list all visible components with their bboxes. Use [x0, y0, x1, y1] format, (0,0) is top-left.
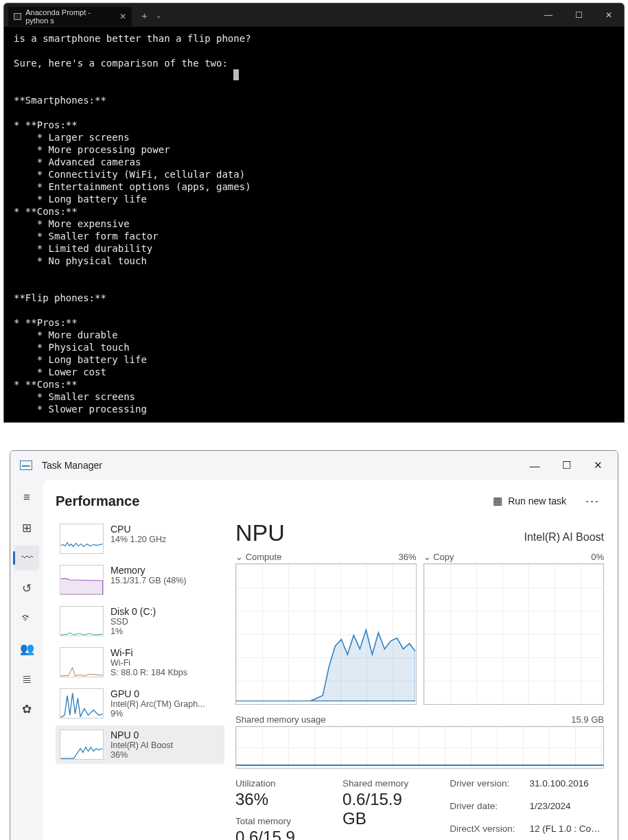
maximize-button[interactable] — [550, 451, 582, 480]
minimize-button[interactable] — [519, 451, 550, 480]
compute-label: Compute — [246, 552, 282, 562]
compute-dropdown[interactable]: Compute — [235, 552, 281, 562]
perf-val: S: 88.0 R: 184 Kbps — [111, 668, 220, 677]
processes-icon[interactable]: ⊞ — [14, 515, 39, 540]
services-icon[interactable]: ✿ — [14, 697, 39, 721]
device-name: Intel(R) AI Boost — [524, 531, 605, 544]
perf-item-disk[interactable]: Disk 0 (C:) SSD 1% — [56, 602, 224, 640]
shared-mem-label: Shared memory usage — [235, 714, 326, 725]
gpu-thumb-chart — [60, 688, 104, 719]
driver-version-value: 31.0.100.2016 — [530, 778, 604, 799]
chart-row: Compute 36% Copy — [235, 552, 604, 705]
terminal-titlebar[interactable]: Anaconda Prompt - python s ✕ + ⌄ — [4, 3, 624, 27]
task-manager-titlebar[interactable]: Task Manager — [10, 451, 618, 480]
history-icon[interactable]: ↺ — [14, 576, 39, 600]
more-options-button[interactable]: ··· — [581, 494, 604, 509]
memory-thumb-chart — [60, 565, 104, 595]
shared-memory-chart[interactable] — [235, 726, 604, 769]
perf-item-cpu[interactable]: CPU 14% 1.20 GHz — [56, 520, 224, 558]
terminal-text: is a smartphone better than a flip phone… — [14, 33, 321, 415]
perf-item-npu[interactable]: NPU 0 Intel(R) AI Boost 36% — [56, 725, 224, 764]
cpu-thumb-chart — [60, 524, 104, 554]
total-mem-label: Total memory — [235, 816, 322, 826]
close-tab-icon[interactable]: ✕ — [119, 12, 126, 21]
performance-icon[interactable]: 〰 — [14, 546, 39, 570]
page-title: Performance — [56, 493, 139, 509]
startup-icon[interactable]: ᯤ — [14, 606, 39, 631]
driver-date-label: Driver date: — [450, 801, 521, 821]
util-label: Utilization — [235, 778, 322, 789]
perf-name: Wi-Fi — [111, 647, 220, 658]
perf-sub: Wi-Fi — [111, 658, 220, 668]
driver-version-label: Driver version: — [450, 778, 521, 799]
shared-mem-max: 15.9 GB — [571, 714, 604, 725]
performance-detail: NPU Intel(R) AI Boost Compute 36% — [235, 520, 604, 840]
perf-item-memory[interactable]: Memory 15.1/31.7 GB (48%) — [56, 561, 224, 599]
total-mem-value: 0.6/15.9 GB — [235, 828, 322, 840]
copy-chart[interactable] — [423, 563, 605, 705]
perf-name: GPU 0 — [111, 688, 220, 699]
driver-date-value: 1/23/2024 — [530, 801, 604, 821]
perf-sub: SSD — [111, 617, 220, 627]
terminal-tab[interactable]: Anaconda Prompt - python s ✕ — [8, 7, 132, 26]
disk-thumb-chart — [60, 606, 104, 636]
directx-label: DirectX version: — [450, 824, 521, 841]
shared-memory-chart-section: Shared memory usage 15.9 GB — [235, 714, 604, 769]
task-manager-title: Task Manager — [42, 460, 102, 471]
util-value: 36% — [235, 790, 322, 809]
tm-window-controls — [519, 451, 614, 480]
run-task-label: Run new task — [508, 495, 566, 506]
run-task-icon: ▦ — [493, 495, 502, 507]
directx-value: 12 (FL 1.0 : Com... — [530, 824, 604, 841]
perf-item-gpu[interactable]: GPU 0 Intel(R) Arc(TM) Graph... 9% — [56, 684, 224, 723]
details-icon[interactable]: ≣ — [14, 666, 39, 691]
terminal-window-controls — [533, 3, 624, 27]
close-window-button[interactable] — [594, 3, 624, 27]
task-manager-window: Task Manager ≡ ⊞ 〰 ↺ ᯤ 👥 ≣ ✿ ⚙ Performan… — [10, 450, 618, 840]
driver-info: Driver version: 31.0.100.2016 Driver dat… — [450, 778, 604, 840]
performance-page: Performance ▦ Run new task ··· CPU — [43, 480, 618, 840]
compute-pct: 36% — [398, 552, 416, 562]
performance-body: CPU 14% 1.20 GHz Memory 15.1/31.7 GB (48… — [56, 520, 604, 840]
npu-thumb-chart — [60, 730, 104, 760]
perf-sub: 14% 1.20 GHz — [111, 535, 220, 544]
task-manager-icon — [20, 460, 32, 470]
stat-shared-memory: Shared memory 0.6/15.9 GB — [342, 778, 429, 840]
page-header: Performance ▦ Run new task ··· — [56, 492, 604, 510]
perf-val: 9% — [111, 709, 220, 719]
perf-val: 36% — [111, 750, 220, 760]
wifi-thumb-chart — [60, 647, 104, 677]
shared-value: 0.6/15.9 GB — [342, 790, 429, 828]
compute-chart[interactable] — [235, 563, 417, 705]
copy-dropdown[interactable]: Copy — [423, 552, 454, 562]
hamburger-icon[interactable]: ≡ — [14, 485, 39, 510]
minimize-button[interactable] — [533, 3, 563, 27]
perf-name: CPU — [111, 524, 220, 535]
perf-name: Disk 0 (C:) — [111, 606, 220, 617]
compute-chart-col: Compute 36% — [235, 552, 417, 705]
perf-name: NPU 0 — [111, 730, 220, 740]
run-new-task-button[interactable]: ▦ Run new task — [487, 492, 572, 510]
terminal-output[interactable]: is a smartphone better than a flip phone… — [4, 27, 624, 422]
perf-val: 1% — [111, 627, 220, 636]
perf-sub: Intel(R) AI Boost — [111, 740, 220, 750]
perf-sub: 15.1/31.7 GB (48%) — [111, 576, 220, 585]
nav-rail: ≡ ⊞ 〰 ↺ ᯤ 👥 ≣ ✿ ⚙ — [10, 480, 43, 840]
perf-item-wifi[interactable]: Wi-Fi Wi-Fi S: 88.0 R: 184 Kbps — [56, 643, 224, 681]
close-window-button[interactable] — [582, 451, 614, 480]
perf-name: Memory — [111, 565, 220, 576]
task-manager-main: ≡ ⊞ 〰 ↺ ᯤ 👥 ≣ ✿ ⚙ Performance ▦ Run new … — [10, 480, 618, 840]
terminal-tab-title: Anaconda Prompt - python s — [25, 8, 114, 25]
detail-heading: NPU — [235, 520, 285, 546]
users-icon[interactable]: 👥 — [14, 636, 39, 661]
copy-pct: 0% — [591, 552, 604, 562]
maximize-button[interactable] — [563, 3, 594, 27]
new-tab-button[interactable]: + — [137, 10, 152, 21]
stat-utilization: Utilization 36% Total memory 0.6/15.9 GB — [235, 778, 322, 840]
mem-line — [236, 765, 603, 766]
copy-chart-col: Copy 0% — [423, 552, 605, 705]
tab-dropdown-icon[interactable]: ⌄ — [152, 12, 165, 19]
stats-row: Utilization 36% Total memory 0.6/15.9 GB… — [235, 778, 604, 840]
terminal-icon — [14, 13, 21, 20]
perf-sub: Intel(R) Arc(TM) Graph... — [111, 699, 220, 709]
